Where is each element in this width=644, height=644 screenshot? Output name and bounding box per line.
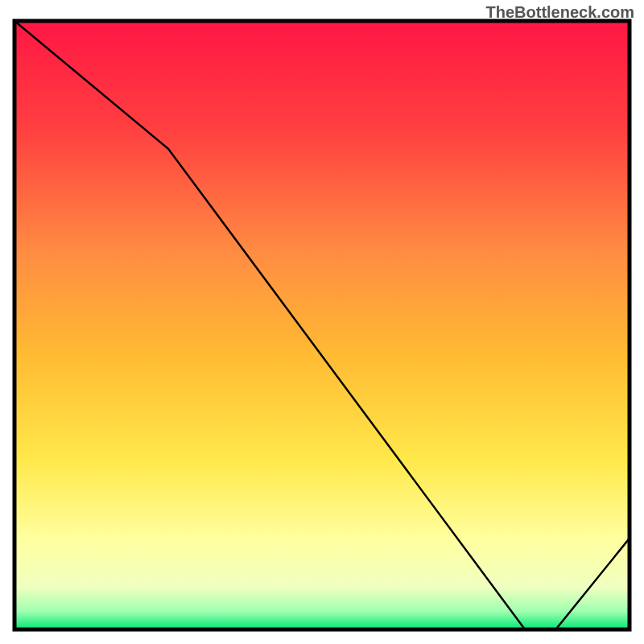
chart-container: TheBottleneck.com: [0, 0, 644, 644]
plot-background: [14, 21, 630, 630]
attribution-label: TheBottleneck.com: [486, 3, 634, 22]
chart-svg: [0, 0, 644, 644]
